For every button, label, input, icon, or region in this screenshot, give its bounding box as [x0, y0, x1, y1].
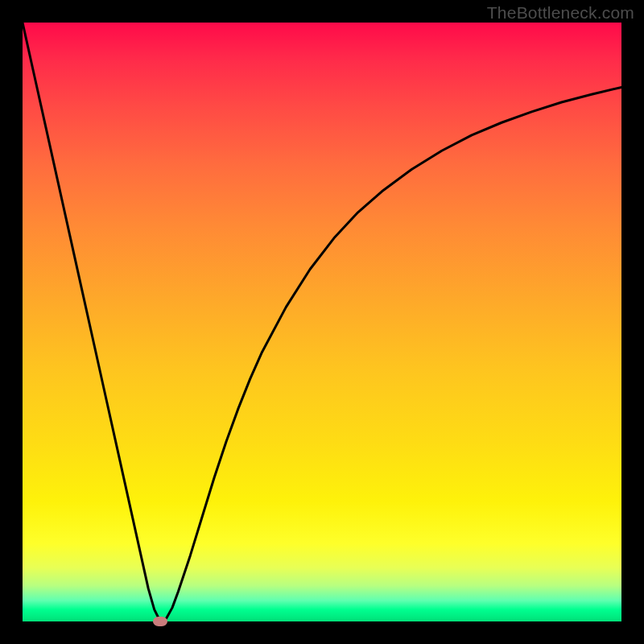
watermark-label: TheBottleneck.com	[487, 3, 634, 23]
optimal-point-marker	[153, 617, 167, 626]
bottleneck-curve	[23, 23, 621, 621]
chart-frame: TheBottleneck.com	[0, 0, 644, 644]
plot-area	[23, 23, 621, 621]
